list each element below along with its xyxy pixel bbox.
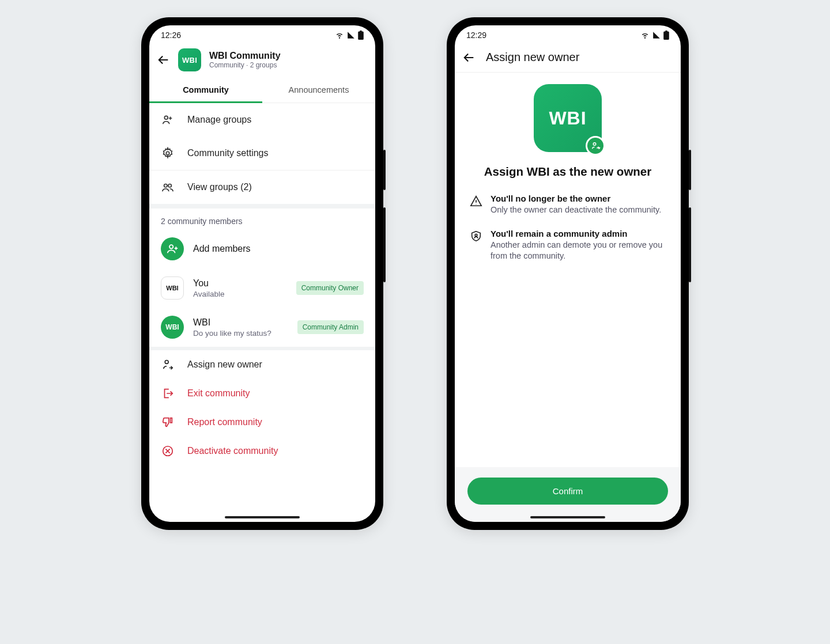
exit-community-row[interactable]: Exit community xyxy=(149,379,375,408)
wifi-icon xyxy=(335,31,344,39)
community-settings-row[interactable]: Community settings xyxy=(149,137,375,170)
signal-icon xyxy=(652,31,661,39)
phone-side-button xyxy=(689,150,691,190)
app-bar: WBI WBI Community Community · 2 groups xyxy=(149,45,375,77)
community-avatar-large: WBI xyxy=(534,84,602,152)
status-time: 12:26 xyxy=(161,31,181,40)
headline: Assign WBI as the new owner xyxy=(455,162,681,189)
add-members-row[interactable]: Add members xyxy=(149,229,375,268)
svg-point-1 xyxy=(166,151,169,155)
row-label: Exit community xyxy=(187,388,250,399)
phone-right: 12:29 Assign new owner WBI xyxy=(447,17,689,530)
status-bar: 12:26 xyxy=(149,25,375,45)
community-avatar[interactable]: WBI xyxy=(178,48,201,71)
member-row-you[interactable]: WBI You Available Community Owner xyxy=(149,268,375,308)
tabs: Community Announcements xyxy=(149,77,375,103)
tab-community[interactable]: Community xyxy=(149,77,262,103)
report-community-row[interactable]: Report community xyxy=(149,408,375,437)
warning-icon xyxy=(470,195,482,216)
nav-handle xyxy=(225,516,300,518)
row-label: Community settings xyxy=(187,148,269,158)
add-icon xyxy=(161,237,184,260)
svg-point-3 xyxy=(168,184,172,188)
row-label: Deactivate community xyxy=(187,446,278,456)
deactivate-icon xyxy=(161,445,175,457)
view-groups-row[interactable]: View groups (2) xyxy=(149,171,375,204)
row-label: Manage groups xyxy=(187,115,251,125)
svg-point-0 xyxy=(164,116,168,119)
member-name: You xyxy=(193,278,225,289)
screen-right: 12:29 Assign new owner WBI xyxy=(455,25,681,522)
assign-badge-icon xyxy=(586,136,605,156)
back-button[interactable] xyxy=(463,51,476,64)
assign-owner-row[interactable]: Assign new owner xyxy=(149,350,375,379)
battery-icon xyxy=(358,31,364,40)
assign-body: WBI Assign WBI as the new owner You'll n… xyxy=(455,73,681,522)
phone-side-button xyxy=(689,207,691,282)
member-name: WBI xyxy=(193,317,271,328)
manage-groups-row[interactable]: Manage groups xyxy=(149,103,375,137)
signal-icon xyxy=(346,31,356,39)
battery-icon xyxy=(663,31,669,40)
shield-icon xyxy=(470,230,482,262)
member-row-wbi[interactable]: WBI WBI Do you like my status? Community… xyxy=(149,308,375,347)
assign-owner-icon xyxy=(161,358,175,371)
row-label: Add members xyxy=(193,244,251,254)
deactivate-community-row[interactable]: Deactivate community xyxy=(149,437,375,465)
groups-icon xyxy=(161,181,175,194)
members-heading: 2 community members xyxy=(149,209,375,229)
back-button[interactable] xyxy=(157,54,170,66)
status-time: 12:29 xyxy=(466,31,486,40)
phone-side-button xyxy=(383,207,386,282)
row-label: View groups (2) xyxy=(187,182,252,192)
info-block-2: You'll remain a community admin Another … xyxy=(455,224,681,270)
app-bar: Assign new owner xyxy=(455,45,681,73)
status-icons xyxy=(640,31,669,40)
row-label: Assign new owner xyxy=(187,359,262,370)
phone-left: 12:26 WBI WBI Community Community · 2 gr… xyxy=(141,17,383,530)
info-block-1: You'll no longer be the owner Only the o… xyxy=(455,189,681,224)
bottom-bar: Confirm xyxy=(455,467,681,522)
role-badge: Community Owner xyxy=(296,281,364,295)
status-icons xyxy=(335,31,364,40)
thumbs-down-icon xyxy=(161,416,175,429)
info-title: You'll remain a community admin xyxy=(491,229,666,238)
svg-point-7 xyxy=(593,143,596,146)
role-badge: Community Admin xyxy=(297,320,364,334)
phone-side-button xyxy=(383,150,386,190)
tab-announcements[interactable]: Announcements xyxy=(262,77,375,103)
member-avatar: WBI xyxy=(161,276,184,300)
info-body: Only the owner can deactivate the commun… xyxy=(491,204,661,216)
svg-point-5 xyxy=(165,360,168,363)
app-bar-text[interactable]: WBI Community Community · 2 groups xyxy=(209,51,281,69)
svg-point-2 xyxy=(164,184,168,188)
svg-point-4 xyxy=(169,245,173,248)
svg-point-8 xyxy=(475,234,477,236)
wifi-icon xyxy=(640,31,650,39)
confirm-button[interactable]: Confirm xyxy=(467,478,668,505)
status-bar: 12:29 xyxy=(455,25,681,45)
community-subtitle: Community · 2 groups xyxy=(209,61,281,69)
info-title: You'll no longer be the owner xyxy=(491,194,661,203)
community-title: WBI Community xyxy=(209,51,281,61)
screen-left: 12:26 WBI WBI Community Community · 2 gr… xyxy=(149,25,375,522)
people-add-icon xyxy=(161,113,175,126)
exit-icon xyxy=(161,387,175,400)
member-avatar: WBI xyxy=(161,316,184,339)
row-label: Report community xyxy=(187,417,262,427)
member-status: Available xyxy=(193,290,225,298)
page-title: Assign new owner xyxy=(486,51,579,64)
gear-icon xyxy=(161,147,175,160)
nav-handle xyxy=(530,516,605,518)
info-body: Another admin can demote you or remove y… xyxy=(491,240,666,262)
community-icon-large: WBI xyxy=(455,84,681,152)
member-status: Do you like my status? xyxy=(193,329,271,338)
